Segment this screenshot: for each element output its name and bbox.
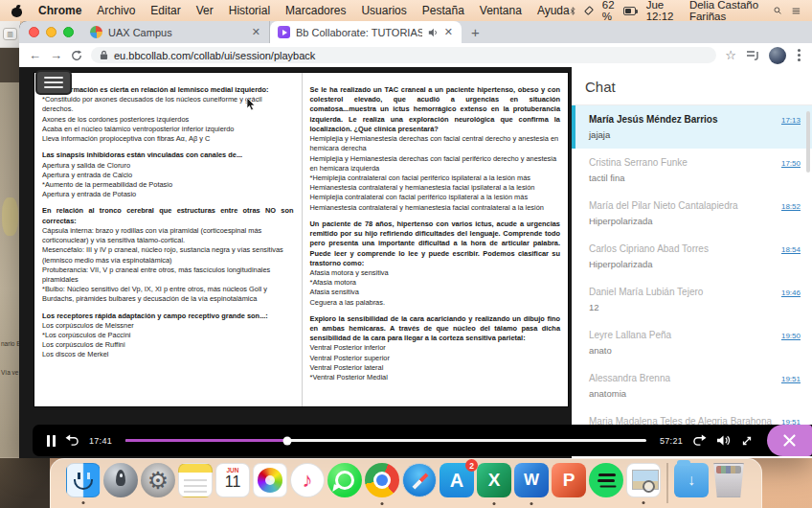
menubar-item[interactable]: Historial bbox=[229, 4, 270, 17]
apple-menu-icon[interactable] bbox=[11, 4, 23, 18]
menubar-item[interactable]: Editar bbox=[150, 4, 180, 17]
chat-message[interactable]: Carlos Cipriano Abad Torres 18:54 Hiperp… bbox=[572, 235, 812, 278]
close-window-button[interactable] bbox=[29, 27, 39, 37]
appstore-dock-icon[interactable]: 2 bbox=[440, 463, 474, 497]
chat-message[interactable]: Daniel María Lubián Tejero 19:46 12 bbox=[572, 278, 812, 321]
spotify-dock-icon[interactable] bbox=[589, 463, 623, 497]
notification-center-icon[interactable] bbox=[792, 6, 801, 16]
profile-avatar[interactable] bbox=[769, 47, 786, 64]
bb-collaborate-favicon bbox=[278, 26, 290, 38]
menubar-item[interactable]: Ventana bbox=[480, 4, 522, 17]
menubar-item[interactable]: Archivo bbox=[97, 4, 135, 17]
chat-timestamp-link[interactable]: 17:13 bbox=[781, 116, 801, 125]
menubar-item-list: ArchivoEditarVerHistorialMarcadoresUsuar… bbox=[97, 4, 569, 17]
answer-options: *Constituido por axones decusados de los… bbox=[42, 95, 294, 144]
tab-close-icon[interactable]: ✕ bbox=[251, 26, 261, 38]
calendar-dock-icon[interactable]: JUN 11 bbox=[215, 463, 250, 497]
chat-timestamp-link[interactable]: 19:51 bbox=[781, 375, 801, 383]
tab-bb-collaborate[interactable]: Bb Collaborate: TUTORIAS ✕ bbox=[270, 21, 462, 43]
question-text: Exploro la sensibilidad de la cara acari… bbox=[310, 314, 561, 344]
bluetooth-icon[interactable] bbox=[570, 5, 575, 17]
session-menu-button[interactable] bbox=[35, 70, 72, 95]
tab-close-icon[interactable]: ✕ bbox=[443, 26, 454, 38]
menubar-item[interactable]: Ayuda bbox=[537, 4, 570, 17]
forward-button[interactable]: → bbox=[50, 49, 62, 61]
chat-timestamp-link[interactable]: 19:50 bbox=[781, 332, 801, 340]
background-window[interactable]: ▥ nterior nario Ec Vía ve bbox=[0, 21, 20, 458]
address-bar[interactable]: eu.bbcollab.com/collab/ui/session/playba… bbox=[91, 47, 716, 63]
finder-dock-icon[interactable] bbox=[66, 463, 101, 497]
dock: JUN 11 bbox=[50, 458, 762, 508]
chat-timestamp-link[interactable]: 18:52 bbox=[781, 202, 801, 211]
launchpad-dock-icon[interactable] bbox=[103, 463, 138, 497]
back-button[interactable]: ← bbox=[29, 49, 41, 61]
chat-sender-name: Leyre Lallana Peña bbox=[589, 329, 679, 341]
shared-document: ¿Qué afirmación es cierta en relación al… bbox=[34, 73, 568, 406]
uax-favicon bbox=[90, 26, 102, 38]
question-block: Exploro la sensibilidad de la cara acari… bbox=[310, 314, 561, 383]
zoom-window-button[interactable] bbox=[63, 27, 74, 37]
preview-dock-icon[interactable] bbox=[626, 463, 661, 497]
chat-message[interactable]: Cristina Serrano Funke 17:50 tactil fina bbox=[572, 149, 812, 192]
photos-dock-icon[interactable] bbox=[253, 463, 287, 497]
new-tab-button[interactable]: + bbox=[462, 24, 489, 40]
chat-message[interactable]: María del Pilar Nieto Cantalapiedra 18:5… bbox=[572, 192, 812, 235]
window-controls bbox=[19, 27, 82, 37]
menubar-clock[interactable]: Jue 12:12 bbox=[646, 0, 679, 22]
fullscreen-icon[interactable] bbox=[740, 434, 754, 448]
chat-timestamp-link[interactable]: 17:50 bbox=[781, 159, 801, 168]
tab-uax-campus[interactable]: UAX Campus ✕ bbox=[82, 21, 270, 43]
downloads-dock-icon[interactable] bbox=[674, 463, 709, 497]
chrome-dock-icon[interactable] bbox=[365, 463, 399, 497]
progress-handle[interactable] bbox=[282, 436, 291, 445]
skip-back-icon[interactable] bbox=[65, 434, 79, 447]
menubar-item[interactable]: Pestaña bbox=[422, 4, 464, 17]
music-dock-icon[interactable] bbox=[290, 463, 325, 497]
chat-scrollbar[interactable] bbox=[806, 111, 810, 173]
safari-dock-icon[interactable] bbox=[402, 463, 437, 497]
battery-icon bbox=[623, 7, 636, 15]
volume-icon[interactable] bbox=[716, 434, 731, 447]
status-diamond-icon[interactable] bbox=[584, 6, 594, 15]
chat-timestamp-link[interactable]: 18:54 bbox=[781, 245, 801, 254]
elapsed-time: 17:41 bbox=[89, 436, 112, 446]
chat-message-text: anatomia bbox=[589, 388, 801, 399]
excel-dock-icon[interactable] bbox=[477, 463, 511, 497]
spotlight-search-icon[interactable] bbox=[774, 5, 781, 16]
powerpoint-dock-icon[interactable] bbox=[552, 463, 586, 497]
menubar-user[interactable]: Delia Castaño Fariñas bbox=[689, 0, 763, 22]
chat-message[interactable]: Alessandra Brenna 19:51 anatomia bbox=[572, 364, 812, 407]
close-playback-button[interactable] bbox=[767, 425, 812, 456]
chat-message[interactable]: Leyre Lallana Peña 19:50 anato bbox=[572, 321, 812, 364]
total-time: 57:21 bbox=[660, 436, 683, 446]
battery-status[interactable]: 62 % bbox=[602, 0, 636, 22]
menubar-item[interactable]: Ver bbox=[196, 4, 214, 17]
minimize-window-button[interactable] bbox=[46, 27, 56, 37]
notes-dock-icon[interactable] bbox=[178, 463, 213, 497]
background-window-content bbox=[0, 82, 20, 457]
browser-menu-icon[interactable] bbox=[796, 49, 802, 61]
pause-button[interactable] bbox=[47, 435, 56, 447]
chat-panel: Chat María Jesús Méndez Barrios 17:13 ja… bbox=[572, 67, 812, 458]
whatsapp-dock-icon[interactable] bbox=[327, 463, 362, 497]
menubar-item[interactable]: Marcadores bbox=[285, 4, 346, 17]
chat-timestamp-link[interactable]: 19:46 bbox=[781, 289, 801, 297]
question-text: Se le ha realizado un TAC craneal a un p… bbox=[310, 85, 561, 134]
chat-message-list: María Jesús Méndez Barrios 17:13 jajaja … bbox=[572, 105, 812, 458]
settings-dock-icon[interactable] bbox=[141, 463, 175, 497]
chat-message[interactable]: María Jesús Méndez Barrios 17:13 jajaja bbox=[572, 105, 812, 149]
menubar-item[interactable]: Usuarios bbox=[361, 4, 406, 17]
word-dock-icon[interactable] bbox=[514, 463, 549, 497]
view-options-button[interactable]: ▥ bbox=[3, 28, 17, 40]
menubar-app-name[interactable]: Chrome bbox=[38, 4, 81, 17]
tab-search-icon[interactable] bbox=[746, 50, 759, 61]
skip-forward-icon[interactable] bbox=[692, 434, 707, 447]
reload-button[interactable] bbox=[71, 50, 82, 61]
trash-dock-icon[interactable] bbox=[711, 463, 746, 497]
background-window-toolbar: ▥ bbox=[0, 21, 20, 48]
chat-sender-name: Daniel María Lubián Tejero bbox=[589, 286, 710, 298]
bookmark-star-icon[interactable]: ☆ bbox=[725, 48, 736, 62]
question-block: Las sinapsis inhibidoras están vinculada… bbox=[42, 150, 294, 199]
tab-audio-icon[interactable] bbox=[428, 28, 438, 37]
progress-track[interactable] bbox=[125, 439, 646, 442]
